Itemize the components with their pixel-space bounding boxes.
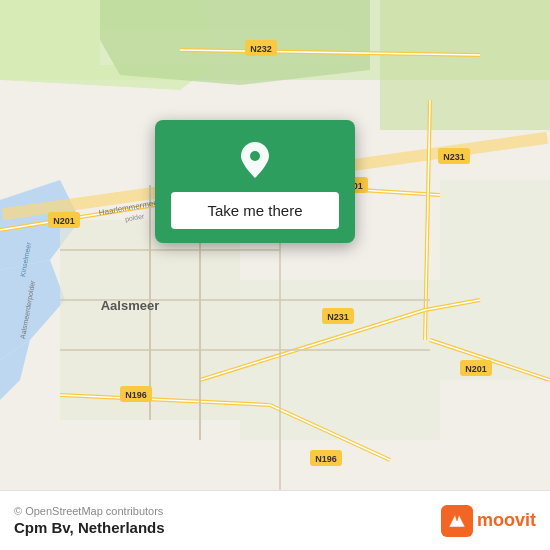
svg-text:N231: N231 (443, 152, 465, 162)
take-me-there-button[interactable]: Take me there (171, 192, 339, 229)
bottom-bar: © OpenStreetMap contributors Cpm Bv, Net… (0, 490, 550, 550)
svg-text:N231: N231 (327, 312, 349, 322)
svg-rect-2 (380, 0, 550, 130)
map-container: N232 N201 N201 N231 N231 N196 N196 N201 … (0, 0, 550, 490)
svg-point-58 (250, 151, 260, 161)
svg-text:N196: N196 (125, 390, 147, 400)
bottom-info: © OpenStreetMap contributors Cpm Bv, Net… (14, 505, 165, 536)
map-popup: Take me there (155, 120, 355, 243)
svg-text:N232: N232 (250, 44, 272, 54)
location-pin-icon (233, 138, 277, 182)
svg-text:Aalsmeer: Aalsmeer (101, 298, 160, 313)
svg-text:N196: N196 (315, 454, 337, 464)
svg-marker-5 (100, 0, 370, 85)
svg-text:N201: N201 (465, 364, 487, 374)
copyright-text: © OpenStreetMap contributors (14, 505, 165, 517)
location-name: Cpm Bv, Netherlands (14, 519, 165, 536)
moovit-icon (441, 505, 473, 537)
svg-text:N201: N201 (53, 216, 75, 226)
moovit-text: moovit (477, 510, 536, 531)
moovit-logo: moovit (441, 505, 536, 537)
